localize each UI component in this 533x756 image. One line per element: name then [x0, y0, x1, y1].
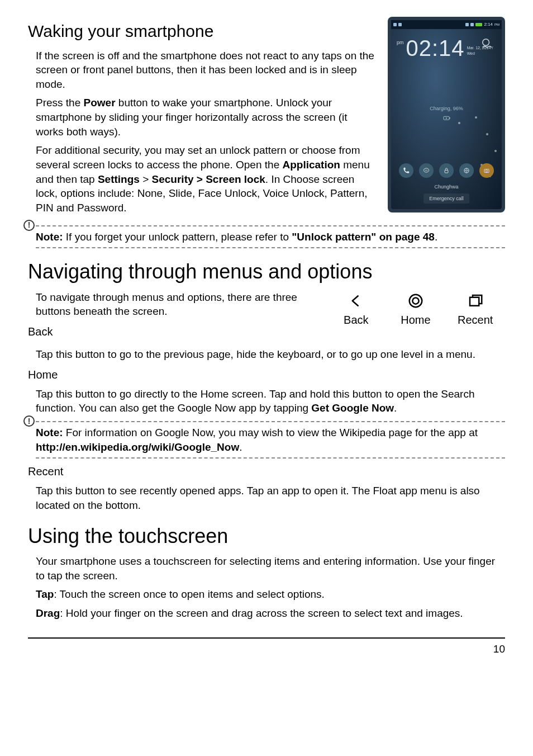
external-link[interactable]: http://en.wikipedia.org/wiki/Google_Now	[36, 441, 239, 453]
svg-rect-7	[445, 170, 448, 173]
back-desc: Tap this button to go to the previous pa…	[36, 347, 505, 362]
phone-statusbar: 2:14 PM	[391, 20, 502, 29]
touch-tap: Tap: Touch the screen once to open items…	[36, 587, 505, 602]
heading-navigating: Navigating through menus and options	[28, 258, 505, 286]
svg-point-4	[425, 170, 426, 171]
note-unlock-pattern: Note: If you forget your unlock pattern,…	[28, 225, 505, 249]
subheading-recent: Recent	[28, 464, 505, 479]
home-label: Home	[401, 313, 430, 328]
home-desc: Tap this button to go directly to the Ho…	[36, 387, 505, 415]
touch-drag: Drag: Hold your finger on the screen and…	[36, 606, 505, 621]
svg-point-11	[410, 295, 422, 308]
battery-icon	[475, 23, 482, 26]
svg-rect-13	[470, 297, 479, 306]
clock-pm: pm	[397, 39, 404, 46]
power-label: Power	[84, 97, 116, 108]
svg-point-5	[426, 170, 426, 171]
warning-icon	[23, 415, 35, 427]
svg-point-0	[483, 39, 489, 46]
home-icon	[407, 292, 424, 309]
carrier-label: Chunghwa	[391, 183, 502, 190]
dock-camera-icon	[479, 163, 494, 178]
charging-indicator: Charging, 96%	[391, 105, 502, 125]
page-number: 10	[28, 642, 505, 656]
svg-point-12	[412, 297, 418, 304]
status-icon	[398, 23, 402, 26]
svg-rect-2	[449, 117, 450, 119]
dock-browser-icon	[459, 163, 474, 178]
recent-icon	[467, 292, 484, 309]
dock-messages-icon	[419, 163, 434, 178]
dock-lock-icon	[439, 163, 454, 178]
signal-icon	[470, 23, 474, 26]
note-google-now: Note: For information on Google Now, you…	[28, 421, 505, 459]
svg-point-6	[427, 170, 427, 171]
emergency-call-button: Emergency call	[423, 193, 469, 204]
wifi-icon	[465, 23, 469, 26]
weather-icon	[479, 36, 495, 55]
lockscreen-dock	[391, 163, 502, 178]
cross-ref-link[interactable]: "Unlock pattern" on page 48	[292, 231, 435, 243]
touch-p1: Your smartphone uses a touchscreen for s…	[36, 554, 505, 583]
svg-point-10	[486, 170, 488, 172]
page-divider	[28, 637, 505, 639]
statusbar-time: 2:14	[484, 22, 493, 28]
heading-touchscreen: Using the touchscreen	[28, 523, 505, 550]
status-icon	[393, 23, 397, 26]
warning-icon	[23, 220, 35, 231]
nav-buttons-diagram: Back Home Recent	[326, 292, 505, 328]
recent-label: Recent	[458, 313, 493, 328]
lockscreen-screenshot: 2:14 PM pm 02:14 Mar. 12, 2014 / Wed	[388, 17, 505, 212]
recent-desc: Tap this button to see recently opened a…	[36, 484, 505, 512]
dock-phone-icon	[399, 163, 413, 178]
clock-time: 02:14	[406, 37, 465, 59]
phone-mock: 2:14 PM pm 02:14 Mar. 12, 2014 / Wed	[388, 17, 505, 212]
subheading-home: Home	[28, 367, 505, 382]
back-label: Back	[344, 313, 368, 328]
back-icon	[348, 292, 364, 309]
charging-text: Charging, 96%	[430, 106, 463, 111]
statusbar-pm: PM	[494, 22, 499, 27]
